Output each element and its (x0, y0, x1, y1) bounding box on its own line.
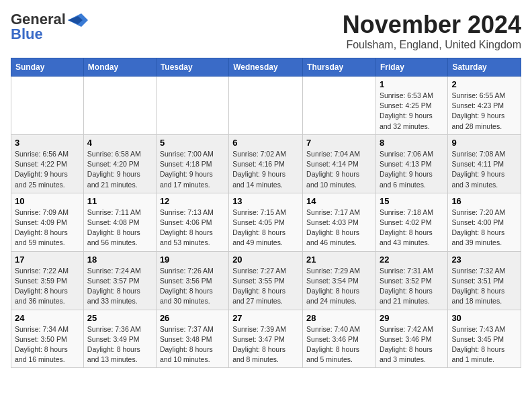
table-row: 23Sunrise: 7:32 AM Sunset: 3:51 PM Dayli… (448, 251, 521, 310)
table-row: 18Sunrise: 7:24 AM Sunset: 3:57 PM Dayli… (83, 251, 156, 310)
day-info: Sunrise: 7:13 AM Sunset: 4:06 PM Dayligh… (160, 208, 225, 248)
day-info: Sunrise: 7:36 AM Sunset: 3:49 PM Dayligh… (87, 324, 152, 365)
day-info: Sunrise: 7:34 AM Sunset: 3:50 PM Dayligh… (15, 324, 80, 365)
day-info: Sunrise: 7:22 AM Sunset: 3:59 PM Dayligh… (15, 266, 80, 307)
day-info: Sunrise: 7:11 AM Sunset: 4:08 PM Dayligh… (87, 208, 152, 248)
day-number: 18 (87, 255, 152, 265)
table-row: 20Sunrise: 7:27 AM Sunset: 3:55 PM Dayli… (229, 251, 303, 310)
table-row: 12Sunrise: 7:13 AM Sunset: 4:06 PM Dayli… (156, 193, 228, 251)
day-number: 12 (160, 196, 225, 206)
day-number: 19 (160, 255, 225, 265)
page-header: General Blue November 2024 Foulsham, Eng… (11, 11, 521, 51)
day-number: 22 (380, 255, 444, 265)
day-number: 5 (160, 138, 225, 148)
day-info: Sunrise: 6:56 AM Sunset: 4:22 PM Dayligh… (15, 149, 80, 190)
calendar-body: 1Sunrise: 6:53 AM Sunset: 4:25 PM Daylig… (11, 77, 521, 368)
logo-blue-text: Blue (11, 26, 43, 43)
table-row: 11Sunrise: 7:11 AM Sunset: 4:08 PM Dayli… (83, 193, 156, 251)
header-monday: Monday (83, 58, 156, 77)
day-number: 25 (87, 313, 152, 323)
day-info: Sunrise: 7:37 AM Sunset: 3:48 PM Dayligh… (160, 324, 225, 365)
header-tuesday: Tuesday (156, 58, 228, 77)
table-row: 8Sunrise: 7:06 AM Sunset: 4:13 PM Daylig… (375, 134, 447, 193)
day-number: 27 (232, 313, 299, 323)
table-row (11, 77, 84, 135)
day-number: 26 (160, 313, 225, 323)
day-number: 15 (380, 196, 444, 206)
table-row: 6Sunrise: 7:02 AM Sunset: 4:16 PM Daylig… (229, 134, 303, 193)
day-number: 13 (232, 196, 299, 206)
table-row: 14Sunrise: 7:17 AM Sunset: 4:03 PM Dayli… (303, 193, 376, 251)
day-info: Sunrise: 7:42 AM Sunset: 3:46 PM Dayligh… (380, 324, 444, 365)
day-number: 4 (87, 138, 152, 148)
day-number: 11 (87, 196, 152, 206)
day-number: 29 (380, 313, 444, 323)
table-row (156, 77, 228, 135)
header-wednesday: Wednesday (229, 58, 303, 77)
day-number: 6 (232, 138, 299, 148)
table-row: 19Sunrise: 7:26 AM Sunset: 3:56 PM Dayli… (156, 251, 228, 310)
table-row: 28Sunrise: 7:40 AM Sunset: 3:46 PM Dayli… (303, 310, 376, 368)
day-number: 10 (15, 196, 80, 206)
day-info: Sunrise: 7:20 AM Sunset: 4:00 PM Dayligh… (451, 208, 517, 248)
day-number: 2 (451, 79, 517, 89)
day-info: Sunrise: 7:02 AM Sunset: 4:16 PM Dayligh… (232, 149, 299, 190)
day-number: 1 (380, 79, 444, 89)
table-row: 22Sunrise: 7:31 AM Sunset: 3:52 PM Dayli… (375, 251, 447, 310)
day-info: Sunrise: 7:43 AM Sunset: 3:45 PM Dayligh… (451, 324, 517, 365)
day-info: Sunrise: 7:24 AM Sunset: 3:57 PM Dayligh… (87, 266, 152, 307)
day-number: 21 (306, 255, 372, 265)
day-number: 30 (451, 313, 517, 323)
day-number: 17 (15, 255, 80, 265)
title-block: November 2024 Foulsham, England, United … (343, 11, 521, 51)
day-info: Sunrise: 6:53 AM Sunset: 4:25 PM Dayligh… (380, 91, 444, 132)
table-row: 21Sunrise: 7:29 AM Sunset: 3:54 PM Dayli… (303, 251, 376, 310)
header-sunday: Sunday (11, 58, 84, 77)
table-row: 15Sunrise: 7:18 AM Sunset: 4:02 PM Dayli… (375, 193, 447, 251)
day-info: Sunrise: 7:39 AM Sunset: 3:47 PM Dayligh… (232, 324, 299, 365)
table-row: 26Sunrise: 7:37 AM Sunset: 3:48 PM Dayli… (156, 310, 228, 368)
day-number: 28 (306, 313, 372, 323)
table-row: 4Sunrise: 6:58 AM Sunset: 4:20 PM Daylig… (83, 134, 156, 193)
table-row (303, 77, 376, 135)
day-number: 3 (15, 138, 80, 148)
location: Foulsham, England, United Kingdom (343, 39, 521, 51)
day-number: 24 (15, 313, 80, 323)
day-info: Sunrise: 7:29 AM Sunset: 3:54 PM Dayligh… (306, 266, 372, 307)
calendar-header: Sunday Monday Tuesday Wednesday Thursday… (11, 58, 521, 77)
day-number: 20 (232, 255, 299, 265)
day-number: 8 (380, 138, 444, 148)
table-row: 29Sunrise: 7:42 AM Sunset: 3:46 PM Dayli… (375, 310, 447, 368)
day-info: Sunrise: 7:06 AM Sunset: 4:13 PM Dayligh… (380, 149, 444, 190)
table-row: 16Sunrise: 7:20 AM Sunset: 4:00 PM Dayli… (448, 193, 521, 251)
table-row: 13Sunrise: 7:15 AM Sunset: 4:05 PM Dayli… (229, 193, 303, 251)
logo: General Blue (11, 11, 88, 43)
table-row: 9Sunrise: 7:08 AM Sunset: 4:11 PM Daylig… (448, 134, 521, 193)
day-info: Sunrise: 7:09 AM Sunset: 4:09 PM Dayligh… (15, 208, 80, 248)
day-info: Sunrise: 7:18 AM Sunset: 4:02 PM Dayligh… (380, 208, 444, 248)
table-row (83, 77, 156, 135)
day-number: 7 (306, 138, 372, 148)
day-number: 23 (451, 255, 517, 265)
day-info: Sunrise: 7:31 AM Sunset: 3:52 PM Dayligh… (380, 266, 444, 307)
table-row: 1Sunrise: 6:53 AM Sunset: 4:25 PM Daylig… (375, 77, 447, 135)
day-info: Sunrise: 7:32 AM Sunset: 3:51 PM Dayligh… (451, 266, 517, 307)
day-info: Sunrise: 7:27 AM Sunset: 3:55 PM Dayligh… (232, 266, 299, 307)
table-row: 25Sunrise: 7:36 AM Sunset: 3:49 PM Dayli… (83, 310, 156, 368)
logo-arrow-icon (68, 13, 88, 27)
day-info: Sunrise: 7:26 AM Sunset: 3:56 PM Dayligh… (160, 266, 225, 307)
day-info: Sunrise: 7:17 AM Sunset: 4:03 PM Dayligh… (306, 208, 372, 248)
header-thursday: Thursday (303, 58, 376, 77)
table-row: 7Sunrise: 7:04 AM Sunset: 4:14 PM Daylig… (303, 134, 376, 193)
day-info: Sunrise: 6:55 AM Sunset: 4:23 PM Dayligh… (451, 91, 517, 132)
table-row: 5Sunrise: 7:00 AM Sunset: 4:18 PM Daylig… (156, 134, 228, 193)
table-row: 10Sunrise: 7:09 AM Sunset: 4:09 PM Dayli… (11, 193, 84, 251)
table-row: 2Sunrise: 6:55 AM Sunset: 4:23 PM Daylig… (448, 77, 521, 135)
day-info: Sunrise: 7:04 AM Sunset: 4:14 PM Dayligh… (306, 149, 372, 190)
day-info: Sunrise: 7:00 AM Sunset: 4:18 PM Dayligh… (160, 149, 225, 190)
table-row (229, 77, 303, 135)
calendar-table: Sunday Monday Tuesday Wednesday Thursday… (11, 58, 521, 368)
day-info: Sunrise: 7:15 AM Sunset: 4:05 PM Dayligh… (232, 208, 299, 248)
day-info: Sunrise: 7:40 AM Sunset: 3:46 PM Dayligh… (306, 324, 372, 365)
day-number: 9 (451, 138, 517, 148)
